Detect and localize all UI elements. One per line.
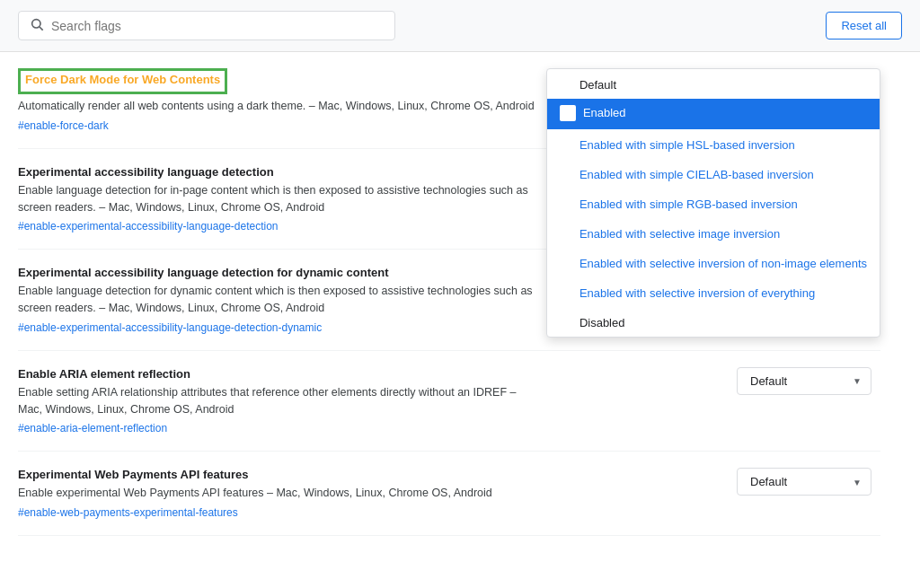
dropdown-option-selective-everything[interactable]: Enabled with selective inversion of ever…: [547, 277, 880, 307]
flag-description-web-payments: Enable experimental Web Payments API fea…: [18, 485, 539, 502]
flag-text-force-dark: Force Dark Mode for Web Contents Automat…: [18, 68, 557, 132]
flag-link-force-dark[interactable]: #enable-force-dark: [18, 119, 109, 132]
svg-line-1: [40, 27, 43, 31]
search-icon: [30, 17, 44, 34]
flag-link-accessibility-language-dynamic[interactable]: #enable-experimental-accessibility-langu…: [18, 321, 322, 334]
dropdown-option-default[interactable]: Default: [547, 69, 880, 99]
flag-link-accessibility-language[interactable]: #enable-experimental-accessibility-langu…: [18, 220, 279, 233]
flags-list: Force Dark Mode for Web Contents Automat…: [0, 52, 898, 554]
search-container: [18, 11, 395, 40]
flag-text-aria-reflection: Enable ARIA element reflection Enable se…: [18, 367, 557, 435]
flag-item-aria-reflection: Enable ARIA element reflection Enable se…: [18, 351, 880, 452]
dropdown-option-enabled[interactable]: Enabled: [547, 99, 880, 129]
dropdown-web-payments[interactable]: Default ▼: [737, 468, 880, 496]
dropdown-option-selective-image[interactable]: Enabled with selective image inversion: [547, 218, 880, 248]
dropdown-btn-aria-reflection[interactable]: Default ▼: [737, 367, 871, 395]
flag-item-force-dark: Force Dark Mode for Web Contents Automat…: [18, 52, 880, 149]
flag-title-aria-reflection: Enable ARIA element reflection: [18, 367, 539, 381]
flag-title-accessibility-language-dynamic: Experimental accessibility language dete…: [18, 266, 539, 279]
flags-header: Reset all: [0, 0, 920, 52]
dropdown-option-disabled[interactable]: Disabled: [547, 307, 880, 337]
flag-title-web-payments: Experimental Web Payments API features: [18, 468, 539, 481]
dropdown-option-rgb[interactable]: Enabled with simple RGB-based inversion: [547, 189, 880, 218]
dropdown-option-selective-non-image[interactable]: Enabled with selective inversion of non-…: [547, 248, 880, 277]
reset-all-button[interactable]: Reset all: [826, 12, 902, 39]
chevron-down-icon: ▼: [853, 477, 862, 487]
flag-description-accessibility-language-dynamic: Enable language detection for dynamic co…: [18, 283, 539, 317]
chevron-down-icon: ▼: [853, 376, 862, 386]
flag-link-web-payments[interactable]: #enable-web-payments-experimental-featur…: [18, 506, 238, 519]
flag-link-aria-reflection[interactable]: #enable-aria-element-reflection: [18, 422, 167, 434]
flag-title-force-dark: Force Dark Mode for Web Contents: [21, 71, 225, 88]
search-input[interactable]: [51, 19, 384, 33]
dropdown-menu-force-dark: Default Enabled Enabled with simple HSL-…: [546, 68, 880, 338]
flag-title-accessibility-language: Experimental accessibility language dete…: [18, 165, 539, 179]
flag-text-web-payments: Experimental Web Payments API features E…: [18, 468, 557, 519]
flag-description-force-dark: Automatically render all web contents us…: [18, 98, 539, 115]
flag-text-accessibility-language: Experimental accessibility language dete…: [18, 165, 557, 233]
flag-description-accessibility-language: Enable language detection for in-page co…: [18, 182, 539, 216]
flag-description-aria-reflection: Enable setting ARIA relationship attribu…: [18, 384, 539, 418]
flag-item-web-payments: Experimental Web Payments API features E…: [18, 452, 880, 536]
dropdown-force-dark[interactable]: Default ▼ Default Enabled Enabled with s…: [737, 68, 880, 96]
dropdown-option-hsl[interactable]: Enabled with simple HSL-based inversion: [547, 129, 880, 159]
svg-point-0: [32, 20, 40, 28]
dropdown-aria-reflection[interactable]: Default ▼: [737, 367, 880, 395]
dropdown-option-cielab[interactable]: Enabled with simple CIELAB-based inversi…: [547, 159, 880, 189]
dropdown-btn-web-payments[interactable]: Default ▼: [737, 468, 871, 496]
flag-text-accessibility-language-dynamic: Experimental accessibility language dete…: [18, 266, 557, 334]
